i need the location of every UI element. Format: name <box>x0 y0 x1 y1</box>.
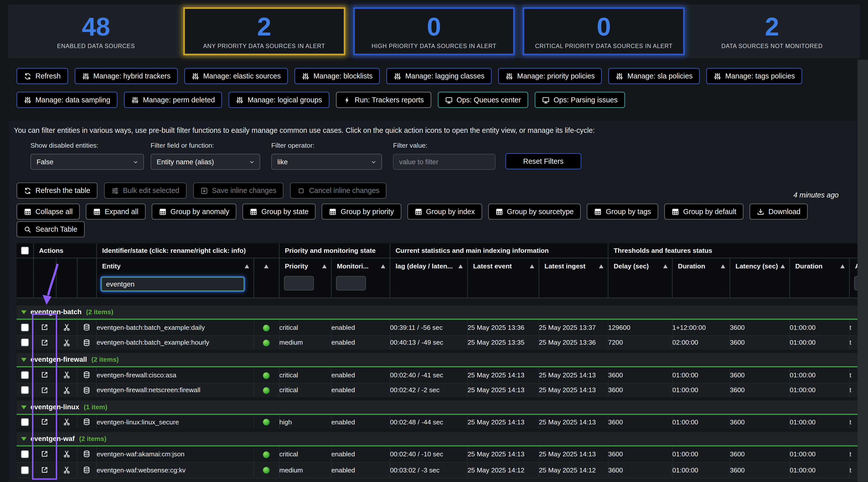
sort-asc-icon[interactable] <box>458 265 463 268</box>
kpi-card-critical-priority-data-sources-in-alert[interactable]: 0CRITICAL PRIORITY DATA SOURCES IN ALERT <box>523 7 685 55</box>
manage-blocklists-button[interactable]: Manage: blocklists <box>294 68 380 84</box>
cancel-inline-changes-button[interactable]: Cancel inline changes <box>290 183 387 199</box>
cell-entity[interactable]: eventgen-linux:linux_secure <box>96 414 254 430</box>
subheader-latency[interactable]: Latency (sec) <box>730 258 789 275</box>
row-checkbox[interactable] <box>21 466 29 474</box>
subheader-lag[interactable]: lag (delay / laten... <box>390 258 467 275</box>
show-disabled-select[interactable]: False <box>30 154 144 170</box>
group-by-tags-button[interactable]: Group by tags <box>587 203 658 220</box>
kpi-card-any-priority-data-sources-in-alert[interactable]: 2ANY PRIORITY DATA SOURCES IN ALERT <box>183 7 345 55</box>
subheader-entity[interactable]: Entity <box>96 258 254 275</box>
subheader-priority[interactable]: Priority <box>279 258 331 275</box>
filter-operator-select[interactable]: like <box>271 154 382 170</box>
filter-value-input[interactable] <box>393 154 495 170</box>
cell-entity[interactable]: eventgen-waf:websense:cg:kv <box>96 462 254 478</box>
group-by-sourcetype-button[interactable]: Group by sourcetype <box>488 203 581 220</box>
manage-tags-policies-button[interactable]: Manage: tags policies <box>706 68 802 84</box>
data-records-button[interactable] <box>77 414 96 430</box>
sort-asc-icon[interactable] <box>663 265 668 268</box>
group-header-eventgen-batch[interactable]: eventgen-batch(2 items) <box>17 303 868 319</box>
group-by-index-button[interactable]: Group by index <box>407 203 482 220</box>
manage-elastic-sources-button[interactable]: Manage: elastic sources <box>184 68 288 84</box>
cell-entity[interactable]: eventgen-batch:batch_example:hourly <box>96 335 254 351</box>
subheader-delay[interactable]: Delay (sec) <box>608 258 672 275</box>
save-inline-changes-button[interactable]: Save inline changes <box>193 183 283 199</box>
cell-entity[interactable]: eventgen-firewall:cisco:asa <box>96 367 254 383</box>
subheader-latest-ingest[interactable]: Latest ingest <box>539 258 608 275</box>
col-header-priority[interactable]: Priority and monitoring state <box>279 244 390 258</box>
sort-asc-icon[interactable] <box>599 265 603 268</box>
refresh-button[interactable]: Refresh <box>17 68 68 84</box>
expand-all-button[interactable]: Expand all <box>86 203 146 220</box>
data-records-button[interactable] <box>77 462 96 478</box>
group-by-anomaly-button[interactable]: Group by anomaly <box>152 203 237 220</box>
lifecycle-button[interactable] <box>56 367 77 383</box>
download-button[interactable]: Download <box>750 203 808 220</box>
group-by-priority-button[interactable]: Group by priority <box>322 203 401 220</box>
manage-priority-policies-button[interactable]: Manage: priority policies <box>498 68 602 84</box>
scrollbar-track[interactable] <box>858 60 868 482</box>
open-entity-button[interactable] <box>33 414 56 430</box>
reset-filters-button[interactable]: Reset Filters <box>505 153 581 169</box>
kpi-card-data-sources-not-monitored[interactable]: 2DATA SOURCES NOT MONITORED <box>692 7 851 55</box>
sort-asc-icon[interactable] <box>322 265 327 268</box>
run-trackers-reports-button[interactable]: Run: Trackers reports <box>336 92 431 108</box>
sort-asc-icon[interactable] <box>264 265 269 268</box>
data-records-button[interactable] <box>77 335 96 351</box>
open-entity-button[interactable] <box>33 319 56 335</box>
col-header-thresholds[interactable]: Thresholds and features status <box>608 244 868 258</box>
collapse-triangle-icon[interactable] <box>21 405 27 409</box>
data-records-button[interactable] <box>77 319 96 335</box>
collapse-all-button[interactable]: Collapse all <box>17 203 80 220</box>
sort-asc-icon[interactable] <box>720 265 725 268</box>
col-header-actions[interactable]: Actions <box>33 244 96 258</box>
open-entity-button[interactable] <box>33 383 56 399</box>
group-header-eventgen-waf[interactable]: eventgen-waf(2 items) <box>17 430 868 446</box>
priority-search-input[interactable] <box>284 276 314 290</box>
sort-asc-icon[interactable] <box>529 265 534 268</box>
subheader-monitoring[interactable]: Monitori... <box>331 258 390 275</box>
row-checkbox[interactable] <box>21 386 29 394</box>
manage-data-sampling-button[interactable]: Manage: data sampling <box>17 92 118 108</box>
data-records-button[interactable] <box>77 383 96 399</box>
row-checkbox[interactable] <box>21 418 29 426</box>
subheader-state[interactable] <box>253 258 279 275</box>
cell-entity[interactable]: eventgen-firewall:netscreen:firewall <box>96 383 254 399</box>
cell-entity[interactable]: eventgen-waf:akamai:cm:json <box>96 446 254 462</box>
col-header-identifier[interactable]: Identifier/state (click: rename/right cl… <box>96 244 279 258</box>
subheader-latest-event[interactable]: Latest event <box>467 258 539 275</box>
search-table-button[interactable]: Search Table <box>17 221 85 237</box>
subheader-duration[interactable]: Duration <box>672 258 730 275</box>
data-records-button[interactable] <box>77 367 96 383</box>
open-entity-button[interactable] <box>33 462 56 478</box>
open-entity-button[interactable] <box>33 446 56 462</box>
entity-search-input[interactable] <box>101 277 244 291</box>
manage-sla-policies-button[interactable]: Manage: sla policies <box>609 68 700 84</box>
manage-hybrid-trackers-button[interactable]: Manage: hybrid trackers <box>74 68 178 84</box>
select-all-checkbox[interactable] <box>21 247 29 254</box>
row-checkbox[interactable] <box>21 323 29 331</box>
manage-lagging-classes-button[interactable]: Manage: lagging classes <box>386 68 492 84</box>
collapse-triangle-icon[interactable] <box>21 437 27 441</box>
group-header-eventgen-linux[interactable]: eventgen-linux(1 item) <box>17 399 868 414</box>
refresh-the-table-button[interactable]: Refresh the table <box>17 183 97 199</box>
monitoring-search-input[interactable] <box>336 276 366 290</box>
sort-asc-icon[interactable] <box>780 265 785 268</box>
kpi-card-enabled-data-sources[interactable]: 48ENABLED DATA SOURCES <box>17 7 176 55</box>
sort-asc-icon[interactable] <box>244 265 249 268</box>
col-header-stats[interactable]: Current statistics and main indexing inf… <box>390 244 608 258</box>
lifecycle-button[interactable] <box>56 319 77 335</box>
group-by-state-button[interactable]: Group by state <box>242 203 316 220</box>
kpi-card-high-priority-data-sources-in-alert[interactable]: 0HIGH PRIORITY DATA SOURCES IN ALERT <box>353 7 515 55</box>
lifecycle-button[interactable] <box>56 446 77 462</box>
lifecycle-button[interactable] <box>56 462 77 478</box>
lifecycle-button[interactable] <box>56 383 77 399</box>
data-records-button[interactable] <box>77 446 96 462</box>
lifecycle-button[interactable] <box>56 335 77 351</box>
row-checkbox[interactable] <box>21 339 29 346</box>
ops-queues-center-button[interactable]: Ops: Queues center <box>438 92 528 108</box>
collapse-triangle-icon[interactable] <box>21 358 27 361</box>
manage-perm-deleted-button[interactable]: Manage: perm deleted <box>124 92 222 108</box>
open-entity-button[interactable] <box>33 335 56 351</box>
bulk-edit-selected-button[interactable]: Bulk edit selected <box>104 183 186 199</box>
